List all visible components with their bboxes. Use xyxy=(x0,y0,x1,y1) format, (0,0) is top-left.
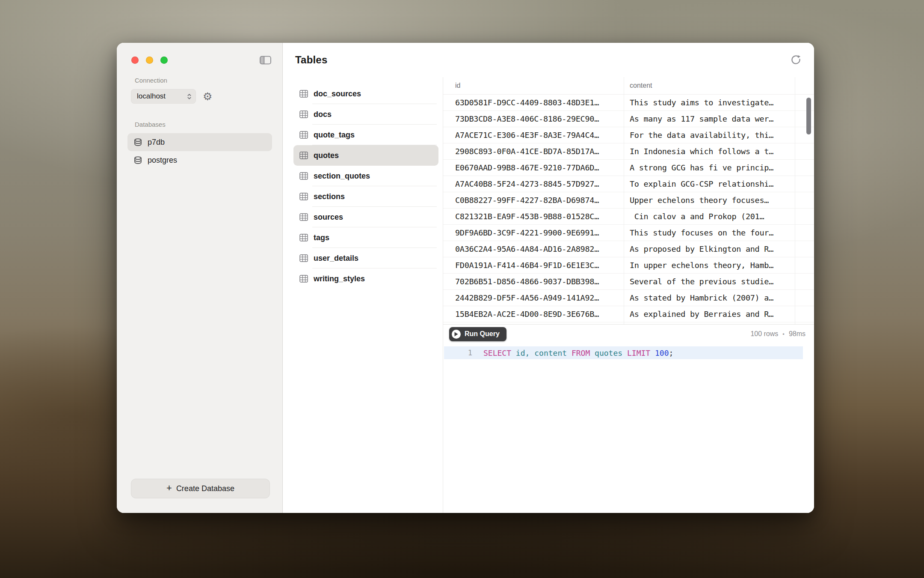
minimize-button[interactable] xyxy=(146,57,153,64)
table-name: writing_styles xyxy=(314,274,365,283)
table-row[interactable]: 9DF9A6BD-3C9F-4221-9900-9E6991…This stud… xyxy=(443,225,814,241)
sidebar-toggle-icon[interactable] xyxy=(260,56,271,65)
play-icon xyxy=(452,330,461,339)
cell-content: As stated by Hambrick (2007) a… xyxy=(624,293,814,302)
table-row[interactable]: 2908C893-0F0A-41CE-BD7A-85D17A…In Indone… xyxy=(443,143,814,160)
table-row[interactable]: A7AC40B8-5F24-4273-8845-57D927…To explai… xyxy=(443,176,814,192)
table-row[interactable]: 2442B829-DF5F-4A56-A949-141A92…As stated… xyxy=(443,290,814,306)
table-name: sources xyxy=(314,213,343,222)
table-item-quotes[interactable]: quotes xyxy=(293,145,438,166)
cell-content: In Indonesia which follows a t… xyxy=(624,147,814,156)
table-item-doc_sources[interactable]: doc_sources xyxy=(293,83,438,104)
table-icon xyxy=(299,90,308,98)
cell-id: C821321B-EA9F-453B-9B88-01528C… xyxy=(443,212,624,221)
column-header-content[interactable]: content xyxy=(624,82,814,89)
database-list: p7db postgres xyxy=(127,133,272,169)
cell-content: Cin calov a and Prokop (201… xyxy=(624,212,814,221)
database-icon xyxy=(133,156,142,164)
sql-token: ; xyxy=(669,349,674,358)
table-item-sources[interactable]: sources xyxy=(293,207,438,227)
run-query-button[interactable]: Run Query xyxy=(449,327,506,341)
sql-token: LIMIT xyxy=(622,349,650,358)
database-name: p7db xyxy=(148,138,165,147)
table-row[interactable]: FD0A191A-F414-46B4-9F1D-6E1E3C…In upper … xyxy=(443,257,814,274)
cell-id: A7ACE71C-E306-4E3F-8A3E-79A4C4… xyxy=(443,131,624,140)
table-detail: id content 63D0581F-D9CC-4409-8803-48D3E… xyxy=(443,77,814,513)
cell-content: This study focuses on the four… xyxy=(624,228,814,237)
main-header: Tables xyxy=(283,43,814,77)
zoom-button[interactable] xyxy=(160,57,168,64)
table-item-sections[interactable]: sections xyxy=(293,186,438,207)
table-icon xyxy=(299,254,308,262)
query-toolbar: Run Query 100 rows • 98ms xyxy=(443,325,814,343)
table-name: sections xyxy=(314,192,345,201)
connection-select[interactable]: localhost xyxy=(131,89,196,104)
row-count: 100 rows xyxy=(750,330,778,338)
table-item-writing_styles[interactable]: writing_styles xyxy=(293,268,438,289)
cell-content: For the data availability, thi… xyxy=(624,131,814,140)
cell-content: This study aims to investigate… xyxy=(624,98,814,107)
plus-icon: + xyxy=(166,483,172,494)
run-query-label: Run Query xyxy=(465,330,500,338)
main-panel: Tables doc_sources docs xyxy=(283,43,814,513)
database-item-postgres[interactable]: postgres xyxy=(127,151,272,169)
table-icon xyxy=(299,152,308,159)
table-item-tags[interactable]: tags xyxy=(293,227,438,248)
table-row[interactable]: 15B4EB2A-AC2E-4D00-8E9D-3E676B…As explai… xyxy=(443,306,814,322)
cell-content: A strong GCG has fi ve princip… xyxy=(624,163,814,172)
gear-icon[interactable]: ⚙ xyxy=(203,91,212,102)
close-button[interactable] xyxy=(131,57,139,64)
cell-id: 73DB3CD8-A3E8-406C-8186-29EC90… xyxy=(443,114,624,123)
table-icon xyxy=(299,172,308,180)
table-row[interactable]: 73DB3CD8-A3E8-406C-8186-29EC90…As many a… xyxy=(443,111,814,127)
table-row[interactable]: 702B6B51-D856-4866-9037-DBB398…Several o… xyxy=(443,274,814,290)
cell-content: As proposed by Elkington and R… xyxy=(624,244,814,253)
table-icon xyxy=(299,131,308,139)
cell-content: Several of the previous studie… xyxy=(624,277,814,286)
sql-token: SELECT xyxy=(483,349,511,358)
table-row[interactable]: 0A36C2A4-95A6-4A84-AD16-2A8982…As propos… xyxy=(443,241,814,257)
page-title: Tables xyxy=(295,54,327,66)
cell-id: 2442B829-DF5F-4A56-A949-141A92… xyxy=(443,293,624,302)
cell-content: In upper echelons theory, Hamb… xyxy=(624,261,814,270)
cell-id: A7AC40B8-5F24-4273-8845-57D927… xyxy=(443,179,624,188)
table-name: docs xyxy=(314,110,332,119)
table-row[interactable]: 63D0581F-D9CC-4409-8803-48D3E1…This stud… xyxy=(443,95,814,111)
table-name: quote_tags xyxy=(314,131,355,140)
chevron-up-down-icon xyxy=(187,93,192,100)
scrollbar-thumb[interactable] xyxy=(806,98,811,134)
cell-id: 63D0581F-D9CC-4409-8803-48D3E1… xyxy=(443,98,624,107)
query-stats: 100 rows • 98ms xyxy=(750,330,806,338)
table-icon xyxy=(299,213,308,221)
database-item-p7db[interactable]: p7db xyxy=(127,133,272,151)
table-icon xyxy=(299,275,308,283)
cell-id: FD0A191A-F414-46B4-9F1D-6E1E3C… xyxy=(443,261,624,270)
cell-content: As explained by Berraies and R… xyxy=(624,310,814,319)
content-area: doc_sources docs quote_tags quotes secti… xyxy=(283,77,814,513)
table-row[interactable]: C0B88227-99FF-4227-82BA-D69874…Upper ech… xyxy=(443,192,814,209)
cell-id: 9DF9A6BD-3C9F-4221-9900-9E6991… xyxy=(443,228,624,237)
table-row[interactable]: A7ACE71C-E306-4E3F-8A3E-79A4C4…For the d… xyxy=(443,127,814,143)
dot-separator-icon: • xyxy=(782,331,785,337)
table-row[interactable]: E0670AAD-99B8-467E-9210-77DA6D…A strong … xyxy=(443,160,814,176)
table-item-user_details[interactable]: user_details xyxy=(293,248,438,268)
connection-row: localhost ⚙ xyxy=(131,89,282,104)
table-name: user_details xyxy=(314,254,358,263)
sidebar: Connection localhost ⚙ Databases p7db xyxy=(117,43,283,513)
column-divider[interactable] xyxy=(624,77,624,324)
sql-token: 100 xyxy=(650,349,669,358)
table-icon xyxy=(299,110,308,118)
sql-token: quotes xyxy=(590,349,622,358)
cell-id: 15B4EB2A-AC2E-4D00-8E9D-3E676B… xyxy=(443,310,624,319)
column-divider[interactable] xyxy=(795,77,795,324)
cell-id: 702B6B51-D856-4866-9037-DBB398… xyxy=(443,277,624,286)
cell-content: Upper echelons theory focuses… xyxy=(624,196,814,205)
table-row[interactable]: C821321B-EA9F-453B-9B88-01528C… Cin calo… xyxy=(443,209,814,225)
sql-editor-line[interactable]: 1 SELECT id, content FROM quotes LIMIT 1… xyxy=(444,346,803,359)
refresh-icon[interactable] xyxy=(791,55,801,66)
table-item-docs[interactable]: docs xyxy=(293,104,438,125)
create-database-button[interactable]: + Create Database xyxy=(131,479,270,498)
table-item-section_quotes[interactable]: section_quotes xyxy=(293,166,438,186)
column-header-id[interactable]: id xyxy=(443,82,624,89)
table-item-quote_tags[interactable]: quote_tags xyxy=(293,125,438,145)
